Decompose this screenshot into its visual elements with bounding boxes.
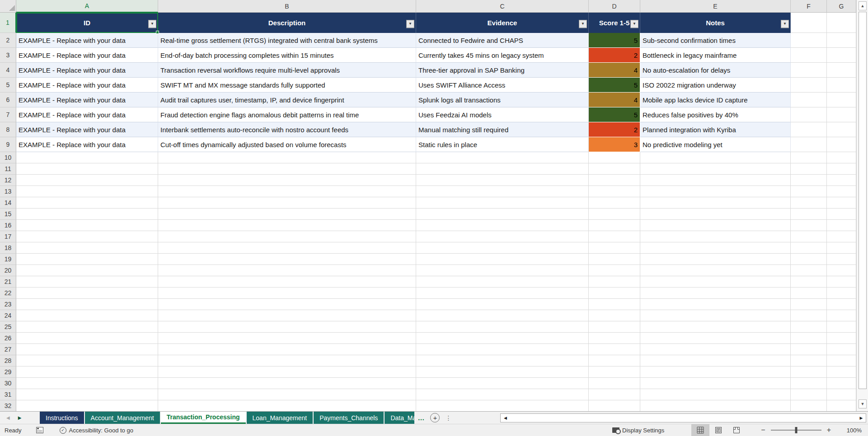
row-header-31[interactable]: 31 xyxy=(0,389,16,400)
cell-D20[interactable] xyxy=(589,265,640,276)
select-all-button[interactable] xyxy=(0,0,16,13)
row-header-13[interactable]: 13 xyxy=(0,186,16,197)
filter-button[interactable]: ▼ xyxy=(579,20,587,28)
vertical-scrollbar[interactable]: ▲ ▼ xyxy=(856,0,868,411)
cell-G10[interactable] xyxy=(827,152,856,163)
filter-button[interactable]: ▼ xyxy=(148,20,156,28)
cell-C25[interactable] xyxy=(416,321,589,333)
cell-D7[interactable]: 5 xyxy=(589,107,640,122)
cell-B23[interactable] xyxy=(158,299,416,310)
cell-G7[interactable] xyxy=(827,107,856,122)
tab-nav-left-icon[interactable]: ◀ xyxy=(6,415,10,420)
cell-G18[interactable] xyxy=(827,242,856,254)
sheet-tab-loan_management[interactable]: Loan_Management xyxy=(247,412,313,424)
cell-D8[interactable]: 2 xyxy=(589,122,640,137)
cell-A16[interactable] xyxy=(16,220,158,231)
cell-E2[interactable]: Sub-second confirmation times xyxy=(640,33,791,48)
cell-E4[interactable]: No auto-escalation for delays xyxy=(640,63,791,78)
cell-D2[interactable]: 5 xyxy=(589,33,640,48)
filter-button[interactable]: ▼ xyxy=(781,20,789,28)
tab-overflow-ellipsis[interactable]: … xyxy=(414,412,427,424)
cell-F32[interactable] xyxy=(791,400,827,412)
cell-E3[interactable]: Bottleneck in legacy mainframe xyxy=(640,48,791,63)
row-header-21[interactable]: 21 xyxy=(0,276,16,288)
cell-F13[interactable] xyxy=(791,186,827,197)
header-cell-C1[interactable]: Evidence▼ xyxy=(416,13,589,33)
cell-A9[interactable]: EXAMPLE - Replace with your data xyxy=(16,137,158,152)
row-header-5[interactable]: 5 xyxy=(0,78,16,93)
cell-G1[interactable] xyxy=(827,13,856,33)
cell-C30[interactable] xyxy=(416,378,589,389)
fill-handle[interactable] xyxy=(156,31,159,34)
cell-F30[interactable] xyxy=(791,378,827,389)
row-header-17[interactable]: 17 xyxy=(0,231,16,242)
cell-B2[interactable]: Real-time gross settlement (RTGS) integr… xyxy=(158,33,416,48)
cell-F4[interactable] xyxy=(791,63,827,78)
cell-A29[interactable] xyxy=(16,366,158,378)
sheet-tab-account_management[interactable]: Account_Management xyxy=(85,412,160,424)
cell-F1[interactable] xyxy=(791,13,827,33)
cell-E20[interactable] xyxy=(640,265,791,276)
zoom-slider[interactable] xyxy=(771,430,821,431)
cell-D3[interactable]: 2 xyxy=(589,48,640,63)
cell-F27[interactable] xyxy=(791,344,827,355)
row-header-28[interactable]: 28 xyxy=(0,355,16,366)
cell-D9[interactable]: 3 xyxy=(589,137,640,152)
cell-F23[interactable] xyxy=(791,299,827,310)
cell-F28[interactable] xyxy=(791,355,827,366)
cell-A4[interactable]: EXAMPLE - Replace with your data xyxy=(16,63,158,78)
cell-D11[interactable] xyxy=(589,163,640,175)
cell-E31[interactable] xyxy=(640,389,791,400)
cell-C8[interactable]: Manual matching still required xyxy=(416,122,589,137)
cell-C22[interactable] xyxy=(416,288,589,299)
cell-D15[interactable] xyxy=(589,209,640,220)
cell-F11[interactable] xyxy=(791,163,827,175)
cell-G24[interactable] xyxy=(827,310,856,321)
cell-F19[interactable] xyxy=(791,254,827,265)
zoom-level-label[interactable]: 100% xyxy=(839,427,862,434)
cell-E10[interactable] xyxy=(640,152,791,163)
cell-E30[interactable] xyxy=(640,378,791,389)
cell-G29[interactable] xyxy=(827,366,856,378)
cell-E9[interactable]: No predictive modeling yet xyxy=(640,137,791,152)
cell-G28[interactable] xyxy=(827,355,856,366)
cell-B17[interactable] xyxy=(158,231,416,242)
scroll-down-button[interactable]: ▼ xyxy=(859,399,867,408)
cell-G32[interactable] xyxy=(827,400,856,412)
cell-E14[interactable] xyxy=(640,197,791,209)
row-header-27[interactable]: 27 xyxy=(0,344,16,355)
cell-B21[interactable] xyxy=(158,276,416,288)
cell-D23[interactable] xyxy=(589,299,640,310)
cell-A8[interactable]: EXAMPLE - Replace with your data xyxy=(16,122,158,137)
cell-B7[interactable]: Fraud detection engine flags anomalous d… xyxy=(158,107,416,122)
cell-F26[interactable] xyxy=(791,333,827,344)
cell-F17[interactable] xyxy=(791,231,827,242)
cell-C2[interactable]: Connected to Fedwire and CHAPS xyxy=(416,33,589,48)
cell-B20[interactable] xyxy=(158,265,416,276)
scroll-right-button[interactable]: ▶ xyxy=(857,414,866,422)
cell-A20[interactable] xyxy=(16,265,158,276)
row-header-11[interactable]: 11 xyxy=(0,163,16,175)
cell-E5[interactable]: ISO 20022 migration underway xyxy=(640,78,791,93)
cell-B3[interactable]: End-of-day batch processing completes wi… xyxy=(158,48,416,63)
cell-E22[interactable] xyxy=(640,288,791,299)
cell-D28[interactable] xyxy=(589,355,640,366)
cell-D5[interactable]: 5 xyxy=(589,78,640,93)
cell-E23[interactable] xyxy=(640,299,791,310)
cell-E16[interactable] xyxy=(640,220,791,231)
cell-B8[interactable]: Interbank settlements auto-reconcile wit… xyxy=(158,122,416,137)
scroll-left-button[interactable]: ◀ xyxy=(501,414,510,422)
cell-C10[interactable] xyxy=(416,152,589,163)
cell-A3[interactable]: EXAMPLE - Replace with your data xyxy=(16,48,158,63)
cell-B14[interactable] xyxy=(158,197,416,209)
row-header-30[interactable]: 30 xyxy=(0,378,16,389)
cell-D24[interactable] xyxy=(589,310,640,321)
cell-A24[interactable] xyxy=(16,310,158,321)
cell-F8[interactable] xyxy=(791,122,827,137)
cell-F24[interactable] xyxy=(791,310,827,321)
row-header-7[interactable]: 7 xyxy=(0,107,16,122)
cell-G3[interactable] xyxy=(827,48,856,63)
cell-E7[interactable]: Reduces false positives by 40% xyxy=(640,107,791,122)
row-header-24[interactable]: 24 xyxy=(0,310,16,321)
cell-C9[interactable]: Static rules in place xyxy=(416,137,589,152)
